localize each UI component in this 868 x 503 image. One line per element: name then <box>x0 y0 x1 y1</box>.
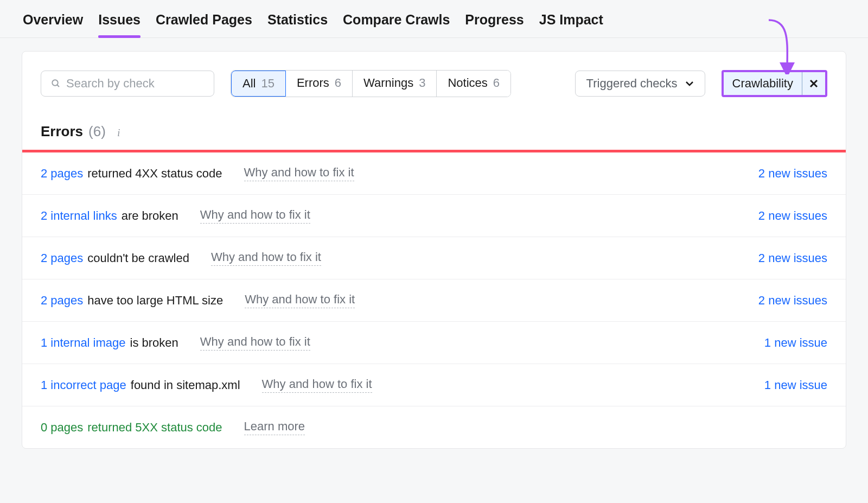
learn-more-link[interactable]: Learn more <box>244 419 305 435</box>
nav-tab-issues[interactable]: Issues <box>98 12 141 37</box>
why-and-how-link[interactable]: Why and how to fix it <box>262 377 372 393</box>
issue-text: 0 pages returned 5XX status code <box>41 421 222 435</box>
segment-count: 3 <box>419 76 425 90</box>
issue-row: 2 pages couldn't be crawledWhy and how t… <box>22 237 846 279</box>
filter-chip-remove[interactable] <box>802 72 825 95</box>
issue-row: 0 pages returned 5XX status codeLearn mo… <box>22 406 846 448</box>
issue-count-link: 0 pages <box>41 421 83 435</box>
issue-text: 2 internal links are broken <box>41 209 178 223</box>
dropdown-label: Triggered checks <box>586 77 678 91</box>
segment-warnings[interactable]: Warnings3 <box>353 71 437 97</box>
issues-list: 2 pages returned 4XX status codeWhy and … <box>22 152 846 448</box>
segment-count: 6 <box>493 76 500 90</box>
nav-tabs: OverviewIssuesCrawled PagesStatisticsCom… <box>0 0 868 38</box>
issue-count-link[interactable]: 2 internal links <box>41 209 117 223</box>
issue-description: returned 4XX status code <box>87 167 222 181</box>
segment-label: Errors <box>297 76 329 90</box>
why-and-how-link[interactable]: Why and how to fix it <box>244 165 354 181</box>
issue-description: returned 5XX status code <box>87 421 222 435</box>
segment-errors[interactable]: Errors6 <box>286 71 353 97</box>
issue-count-link[interactable]: 2 pages <box>41 167 83 181</box>
why-and-how-link[interactable]: Why and how to fix it <box>211 250 321 266</box>
new-issues-link[interactable]: 2 new issues <box>758 251 827 265</box>
info-icon[interactable]: i <box>113 128 124 139</box>
issue-text: 2 pages couldn't be crawled <box>41 251 189 265</box>
issue-count-link[interactable]: 2 pages <box>41 251 83 265</box>
why-and-how-link[interactable]: Why and how to fix it <box>245 292 355 308</box>
filter-segments: All15Errors6Warnings3Notices6 <box>231 70 511 97</box>
issue-text: 1 incorrect page found in sitemap.xml <box>41 378 240 392</box>
issue-description: have too large HTML size <box>87 294 223 308</box>
search-input-wrapper[interactable] <box>41 71 214 97</box>
issue-row: 2 pages have too large HTML sizeWhy and … <box>22 279 846 322</box>
issue-count-link[interactable]: 1 incorrect page <box>41 378 126 392</box>
section-title: Errors <box>41 123 83 140</box>
issue-text: 2 pages returned 4XX status code <box>41 167 222 181</box>
chevron-down-icon <box>685 79 694 88</box>
nav-tab-js-impact[interactable]: JS Impact <box>539 12 603 37</box>
issue-description: is broken <box>130 336 178 350</box>
nav-tab-crawled-pages[interactable]: Crawled Pages <box>156 12 252 37</box>
issue-count-link[interactable]: 1 internal image <box>41 336 126 350</box>
filter-chip-label: Crawlability <box>724 72 802 95</box>
why-and-how-link[interactable]: Why and how to fix it <box>200 208 310 224</box>
new-issues-link[interactable]: 2 new issues <box>758 167 827 181</box>
new-issues-link[interactable]: 1 new issue <box>764 336 827 350</box>
close-icon <box>809 79 819 88</box>
segment-count: 15 <box>261 77 274 91</box>
why-and-how-link[interactable]: Why and how to fix it <box>200 335 310 351</box>
triggered-checks-dropdown[interactable]: Triggered checks <box>575 71 705 97</box>
section-heading: Errors (6) i <box>22 112 846 150</box>
segment-all[interactable]: All15 <box>231 71 286 97</box>
toolbar: All15Errors6Warnings3Notices6 Triggered … <box>22 52 846 112</box>
active-filter-chip: Crawlability <box>722 70 827 97</box>
nav-tab-compare-crawls[interactable]: Compare Crawls <box>343 12 450 37</box>
issue-row: 2 internal links are brokenWhy and how t… <box>22 195 846 237</box>
issue-row: 2 pages returned 4XX status codeWhy and … <box>22 152 846 195</box>
issue-description: found in sitemap.xml <box>131 378 240 392</box>
svg-point-0 <box>52 80 58 86</box>
new-issues-link[interactable]: 2 new issues <box>758 209 827 223</box>
nav-tab-statistics[interactable]: Statistics <box>267 12 328 37</box>
issue-description: are broken <box>122 209 178 223</box>
issue-text: 1 internal image is broken <box>41 336 178 350</box>
segment-label: Warnings <box>363 76 413 90</box>
new-issues-link[interactable]: 1 new issue <box>764 378 827 392</box>
new-issues-link[interactable]: 2 new issues <box>758 294 827 308</box>
segment-notices[interactable]: Notices6 <box>437 71 510 97</box>
segment-label: Notices <box>448 76 487 90</box>
issue-row: 1 internal image is brokenWhy and how to… <box>22 322 846 364</box>
issue-text: 2 pages have too large HTML size <box>41 294 223 308</box>
svg-line-1 <box>57 85 59 87</box>
issue-description: couldn't be crawled <box>87 251 189 265</box>
issue-count-link[interactable]: 2 pages <box>41 294 83 308</box>
segment-count: 6 <box>335 76 341 90</box>
nav-tab-overview[interactable]: Overview <box>23 12 83 37</box>
issues-panel: All15Errors6Warnings3Notices6 Triggered … <box>22 51 846 449</box>
search-icon <box>51 78 61 89</box>
search-input[interactable] <box>66 77 204 91</box>
segment-label: All <box>242 77 256 91</box>
issue-row: 1 incorrect page found in sitemap.xmlWhy… <box>22 364 846 406</box>
section-count: (6) <box>88 123 106 140</box>
nav-tab-progress[interactable]: Progress <box>465 12 524 37</box>
